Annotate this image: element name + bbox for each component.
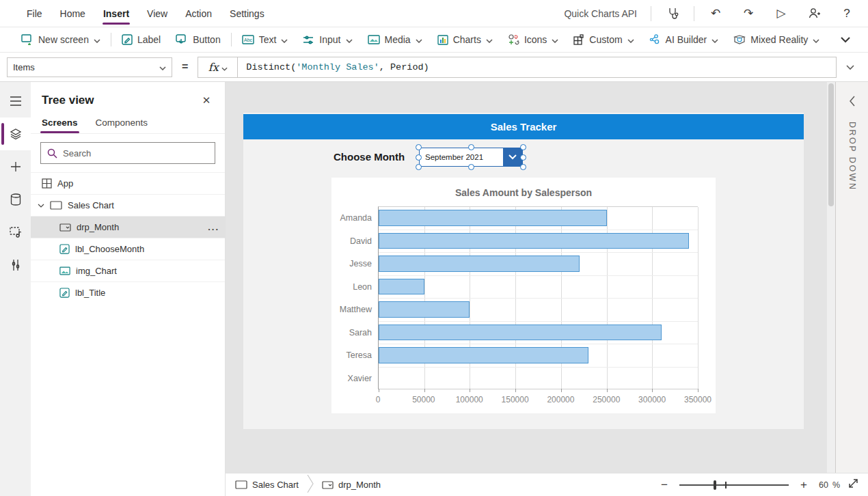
breadcrumb-control[interactable]: drp_Month — [322, 480, 381, 490]
zoom-slider-thumb[interactable] — [714, 480, 716, 490]
menu-insert[interactable]: Insert — [94, 0, 138, 27]
tree-item-drp-month[interactable]: drp_Month ... — [31, 216, 225, 238]
tree-item-lbl-choosemonth[interactable]: lbl_ChooseMonth — [31, 238, 225, 260]
sales-chart-image[interactable]: Sales Amount by Salesperson AmandaDavidJ… — [331, 178, 716, 413]
tab-screens[interactable]: Screens — [42, 118, 78, 133]
rail-advanced-tools-icon[interactable] — [0, 249, 31, 281]
menu-settings[interactable]: Settings — [221, 0, 273, 27]
property-selector[interactable]: Items — [7, 57, 172, 77]
selection-handle[interactable] — [416, 154, 422, 161]
tree-item-lbl-title[interactable]: lbl_Title — [31, 281, 225, 303]
menu-action[interactable]: Action — [176, 0, 221, 27]
more-options-icon[interactable]: ... — [208, 222, 219, 232]
selection-handle[interactable] — [468, 164, 474, 170]
choose-month-label[interactable]: Choose Month — [334, 151, 405, 163]
chart-row: Teresa — [379, 344, 698, 368]
insert-ribbon: New screen Label Button Abc Text Input M… — [0, 27, 868, 53]
chart-row: Leon — [379, 276, 698, 299]
chevron-down-icon — [416, 34, 422, 45]
selection-handle[interactable] — [468, 144, 474, 150]
undo-icon[interactable]: ↶ — [704, 3, 727, 25]
new-screen-button[interactable]: New screen — [14, 27, 108, 53]
dropdown-control-icon — [322, 481, 334, 489]
label-button[interactable]: Label — [114, 27, 168, 53]
chart-x-tick-label: 350000 — [684, 395, 711, 404]
tab-components[interactable]: Components — [96, 118, 148, 133]
zoom-in-button[interactable]: + — [797, 478, 811, 492]
chart-x-tick-label: 150000 — [502, 395, 529, 404]
rail-data-icon[interactable] — [0, 183, 31, 216]
chart-x-tick-label: 300000 — [638, 395, 666, 404]
chart-x-tick-label: 100000 — [456, 395, 483, 404]
search-input[interactable]: Search — [40, 142, 215, 164]
play-preview-icon[interactable]: ▷ — [770, 3, 793, 25]
tree-item-app[interactable]: App — [31, 172, 225, 194]
screen-icon — [50, 201, 62, 210]
selection-handle[interactable] — [520, 144, 526, 150]
hamburger-menu-icon[interactable] — [0, 85, 31, 118]
rail-media-icon[interactable] — [0, 216, 31, 249]
chart-bar — [379, 347, 588, 363]
fit-to-window-icon[interactable] — [848, 478, 858, 491]
expand-panel-chevron-icon[interactable] — [844, 93, 860, 109]
help-icon[interactable]: ? — [835, 3, 858, 25]
chevron-down-icon — [281, 34, 288, 45]
input-menu[interactable]: Input — [295, 27, 360, 53]
ai-builder-menu[interactable]: AI Builder — [642, 27, 727, 53]
zoom-percentage: 60 — [819, 480, 828, 490]
app-name: Quick Charts API — [564, 8, 637, 19]
menu-file[interactable]: File — [18, 0, 51, 27]
chart-category-label: David — [350, 236, 372, 246]
share-user-icon[interactable] — [802, 3, 826, 25]
chevron-expanded-icon[interactable] — [38, 204, 44, 208]
ribbon-overflow-chevron[interactable] — [830, 33, 861, 46]
dropdown-chevron-button[interactable] — [503, 148, 522, 166]
dropdown-selected-value: September 2021 — [420, 148, 503, 166]
tree-item-img-chart[interactable]: img_Chart — [31, 260, 225, 281]
rail-tree-view-icon[interactable] — [0, 118, 31, 150]
rail-insert-icon[interactable] — [0, 150, 31, 183]
canvas-vertical-scrollbar[interactable] — [827, 82, 835, 473]
media-menu[interactable]: Media — [360, 27, 430, 53]
icons-menu[interactable]: Icons — [500, 27, 566, 53]
redo-icon[interactable]: ↷ — [737, 3, 760, 25]
tree-view-title: Tree view — [42, 94, 94, 107]
selection-handle[interactable] — [520, 164, 526, 170]
formula-bar-expand-chevron[interactable] — [837, 61, 861, 73]
chart-category-label: Teresa — [346, 350, 372, 360]
selection-handle[interactable] — [416, 164, 422, 170]
mixed-reality-menu[interactable]: Mixed Reality — [726, 27, 827, 53]
sales-chart-screen[interactable]: Sales Tracker Choose Month September 202… — [243, 113, 804, 429]
chart-row: Matthew — [379, 299, 698, 322]
chart-category-label: Amanda — [340, 213, 372, 223]
chart-category-label: Sarah — [349, 328, 372, 337]
zoom-out-button[interactable]: − — [657, 478, 671, 492]
selection-handle[interactable] — [520, 154, 526, 161]
chart-title: Sales Amount by Salesperson — [331, 178, 716, 198]
chart-row: Xavier — [379, 368, 698, 391]
app-checker-icon[interactable] — [661, 3, 684, 25]
menu-home[interactable]: Home — [51, 0, 94, 27]
tree-item-sales-chart[interactable]: Sales Chart — [31, 194, 225, 216]
button-button[interactable]: Button — [168, 27, 228, 53]
selection-handle[interactable] — [416, 144, 422, 150]
divider — [651, 6, 651, 21]
charts-menu[interactable]: Charts — [430, 27, 500, 53]
text-menu[interactable]: Abc Text — [234, 27, 296, 53]
breadcrumb-screen[interactable]: Sales Chart — [235, 480, 299, 490]
fx-selector[interactable]: fx — [198, 57, 238, 77]
search-icon — [47, 148, 57, 159]
month-dropdown-wrap: September 2021 — [419, 148, 523, 167]
chart-row: David — [379, 230, 698, 253]
chart-gridline — [698, 207, 699, 389]
menu-view[interactable]: View — [138, 0, 176, 27]
chevron-down-icon — [711, 34, 718, 45]
close-icon[interactable]: ✕ — [198, 92, 215, 109]
zoom-slider[interactable] — [679, 484, 789, 486]
formula-input[interactable]: Distinct('Monthly Sales', Period) — [238, 57, 437, 77]
title-banner[interactable]: Sales Tracker — [243, 114, 804, 139]
custom-menu[interactable]: Custom — [566, 27, 641, 53]
chart-category-label: Leon — [353, 282, 372, 292]
app-canvas[interactable]: Sales Tracker Choose Month September 202… — [226, 82, 827, 473]
scrollbar-thumb[interactable] — [828, 83, 834, 206]
